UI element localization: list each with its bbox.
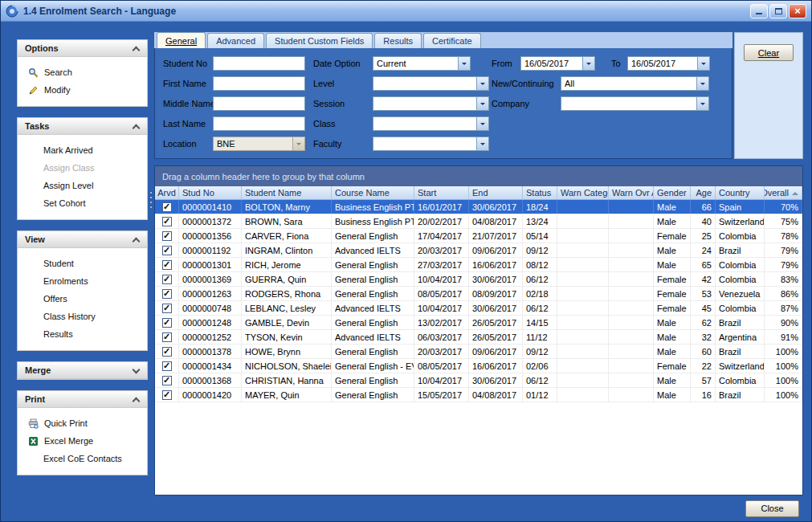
sidebar-item-excel-merge[interactable]: Excel Merge	[18, 432, 147, 450]
column-header-country[interactable]: Country	[716, 186, 765, 199]
faculty-select[interactable]	[373, 137, 489, 151]
to-date-select[interactable]: 16/05/2017	[627, 56, 710, 71]
table-row[interactable]: 0000001434NICHOLSON, ShaeleigGeneral Eng…	[155, 359, 802, 373]
table-row[interactable]: 0000001301RICH, JeromeGeneral English27/…	[155, 258, 802, 272]
arrived-checkbox[interactable]	[162, 304, 172, 313]
first-name-input[interactable]	[213, 76, 305, 91]
column-header-student_name[interactable]: Student Name	[242, 186, 332, 199]
table-row[interactable]: 0000001368CHRISTIAN, HannaGeneral Englis…	[155, 373, 802, 388]
sidebar-item-search[interactable]: Search	[18, 63, 147, 81]
maximize-button[interactable]	[769, 4, 787, 18]
chevron-down-icon	[476, 117, 488, 130]
sidebar-item-enrolments[interactable]: Enrolments	[18, 272, 147, 290]
sidebar-item-assign-level[interactable]: Assign Level	[18, 177, 147, 194]
cell-warn_ovr	[609, 200, 654, 214]
cell-end: 09/06/2017	[469, 345, 523, 358]
arrived-checkbox[interactable]	[162, 260, 172, 270]
arrived-checkbox[interactable]	[162, 217, 172, 226]
sidebar-item-offers[interactable]: Offers	[18, 290, 147, 308]
table-row[interactable]: 0000001252TYSON, KevinAdvanced IELTS06/0…	[155, 330, 802, 345]
minimize-button[interactable]	[750, 4, 768, 18]
column-header-end[interactable]: End	[469, 186, 523, 199]
arrived-checkbox[interactable]	[162, 275, 172, 284]
sidebar-item-excel-coe-contacts[interactable]: Excel CoE Contacts	[18, 450, 147, 467]
arrived-checkbox[interactable]	[162, 202, 172, 212]
panel-splitter[interactable]	[148, 22, 154, 495]
session-label: Session	[313, 99, 373, 108]
arrived-checkbox[interactable]	[162, 376, 172, 385]
column-header-overall[interactable]: Overall	[765, 186, 802, 199]
title-bar[interactable]: 1.4 Enrolment Search - Language ×	[1, 1, 811, 22]
tab-advanced[interactable]: Advanced	[207, 33, 264, 48]
column-header-course_name[interactable]: Course Name	[332, 186, 414, 199]
to-date-value: 16/05/2017	[628, 59, 697, 68]
form-row: First Name Level New/Continuing All	[163, 75, 724, 91]
arrived-checkbox[interactable]	[162, 318, 172, 328]
table-row[interactable]: 0000001378HOWE, BrynnGeneral English20/0…	[155, 345, 802, 359]
table-row[interactable]: 0000001420MAYER, QuinGeneral English15/0…	[155, 388, 802, 402]
close-window-button[interactable]: ×	[789, 4, 806, 18]
column-header-label: Age	[696, 188, 712, 198]
section-header-options[interactable]: Options	[18, 40, 147, 57]
column-header-status[interactable]: Status	[523, 186, 557, 199]
column-header-label: Arvd	[157, 188, 176, 198]
student-no-input[interactable]	[213, 56, 305, 71]
column-header-arvd[interactable]: Arvd	[155, 186, 179, 199]
column-header-start[interactable]: Start	[414, 186, 469, 199]
arrived-checkbox[interactable]	[162, 347, 172, 357]
section-header-view[interactable]: View	[18, 231, 147, 248]
arrived-checkbox[interactable]	[162, 289, 172, 299]
column-header-warn_ovr[interactable]: Warn Ovr A	[609, 186, 654, 199]
column-header-age[interactable]: Age	[691, 186, 716, 199]
cell-stud_no: 0000001192	[179, 243, 242, 257]
table-row[interactable]: 0000001369GUERRA, QuinGeneral English10/…	[155, 272, 802, 287]
group-by-bar[interactable]: Drag a column header here to group by th…	[155, 166, 802, 186]
cell-start: 16/01/2017	[414, 200, 469, 214]
tab-results[interactable]: Results	[374, 33, 422, 48]
middle-name-input[interactable]	[213, 96, 305, 111]
column-header-stud_no[interactable]: Stud No	[179, 186, 242, 199]
sidebar-item-class-history[interactable]: Class History	[18, 308, 147, 325]
date-option-select[interactable]: Current	[373, 56, 471, 71]
table-row[interactable]: 0000001356CARVER, FionaGeneral English17…	[155, 229, 802, 243]
new-continuing-select[interactable]: All	[561, 76, 709, 91]
class-select[interactable]	[373, 116, 489, 131]
table-row[interactable]: 0000001372BROWN, SaraBusiness English PT…	[155, 214, 802, 229]
tab-certificate[interactable]: Certificate	[423, 33, 481, 48]
last-name-input[interactable]	[213, 116, 305, 131]
sidebar-item-student[interactable]: Student	[18, 255, 147, 272]
tab-general[interactable]: General	[157, 32, 206, 48]
column-header-warn_category[interactable]: Warn Categor	[557, 186, 609, 199]
sidebar-item-results[interactable]: Results	[18, 325, 147, 343]
tab-student-custom-fields[interactable]: Student Custom Fields	[266, 33, 373, 48]
arrived-checkbox[interactable]	[162, 231, 172, 241]
close-button[interactable]: Close	[745, 500, 799, 517]
sidebar-item-quick-print[interactable]: Quick Print	[18, 414, 147, 432]
sidebar-item-mark-arrived[interactable]: Mark Arrived	[18, 141, 147, 159]
session-select[interactable]	[373, 96, 489, 111]
arrived-checkbox[interactable]	[162, 246, 172, 255]
from-date-select[interactable]: 16/05/2017	[520, 56, 595, 71]
table-row[interactable]: 0000001410BOLTON, MarnyBusiness English …	[155, 200, 802, 214]
table-row[interactable]: 0000001263RODGERS, RhonaGeneral English0…	[155, 287, 802, 301]
sidebar-item-set-cohort[interactable]: Set Cohort	[18, 194, 147, 212]
section-header-merge[interactable]: Merge	[18, 362, 147, 379]
arrived-checkbox[interactable]	[162, 361, 172, 371]
column-header-gender[interactable]: Gender	[654, 186, 691, 199]
arrived-checkbox[interactable]	[162, 332, 172, 342]
cell-warn_category	[557, 301, 609, 315]
sidebar-item-modify[interactable]: Modify	[18, 81, 147, 99]
table-row[interactable]: 0000000748LEBLANC, LesleyAdvanced IELTS1…	[155, 301, 802, 316]
table-row[interactable]: 0000001192INGRAM, ClintonAdvanced IELTS2…	[155, 243, 802, 258]
arrived-checkbox[interactable]	[162, 390, 172, 400]
column-header-label: Warn Ovr A	[612, 188, 654, 198]
level-select[interactable]	[373, 76, 489, 91]
section-header-tasks[interactable]: Tasks	[18, 118, 147, 135]
company-select[interactable]	[561, 96, 709, 111]
cell-student_name: HOWE, Brynn	[242, 345, 332, 358]
clear-button[interactable]: Clear	[744, 44, 794, 61]
table-row[interactable]: 0000001248GAMBLE, DevinGeneral English13…	[155, 316, 802, 330]
cell-warn_ovr	[609, 272, 654, 286]
cell-start: 08/05/2017	[414, 359, 469, 373]
section-header-print[interactable]: Print	[18, 391, 147, 408]
